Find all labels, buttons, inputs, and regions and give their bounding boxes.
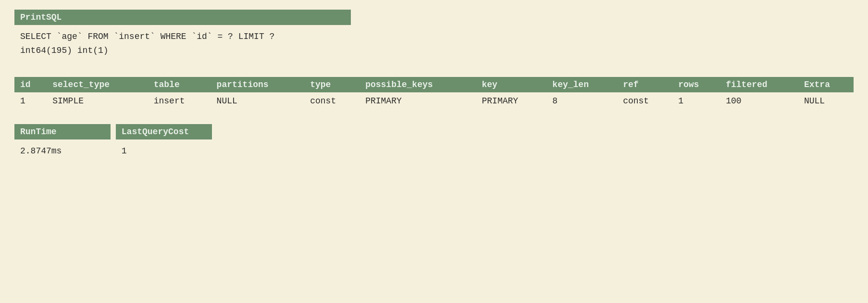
cell-type: const: [304, 92, 360, 110]
explain-col-filtered: filtered: [720, 77, 798, 92]
cell-rows: 1: [672, 92, 720, 110]
explain-col-ref: ref: [617, 77, 672, 92]
last-query-cost-section: LastQueryCost 1: [116, 124, 212, 163]
runtime-value: 2.8747ms: [14, 139, 111, 163]
print-sql-line2: int64(195) int(1): [20, 44, 345, 58]
last-query-cost-header: LastQueryCost: [116, 124, 212, 139]
explain-col-key: key: [476, 77, 547, 92]
explain-col-possible-keys: possible_keys: [360, 77, 476, 92]
explain-col-extra: Extra: [798, 77, 854, 92]
cell-key-len: 8: [546, 92, 617, 110]
explain-section: id select_type table partitions type pos…: [14, 77, 854, 110]
last-query-cost-value: 1: [116, 139, 212, 163]
explain-table: id select_type table partitions type pos…: [14, 77, 854, 110]
explain-col-partitions: partitions: [211, 77, 305, 92]
cell-key: PRIMARY: [476, 92, 547, 110]
explain-data-row: 1 SIMPLE insert NULL const PRIMARY PRIMA…: [14, 92, 854, 110]
cell-ref: const: [617, 92, 672, 110]
runtime-section: RunTime 2.8747ms: [14, 124, 111, 163]
print-sql-header: PrintSQL: [14, 10, 351, 25]
cell-select-type: SIMPLE: [47, 92, 148, 110]
explain-header-row: id select_type table partitions type pos…: [14, 77, 854, 92]
print-sql-content: SELECT `age` FROM `insert` WHERE `id` = …: [14, 25, 351, 63]
explain-col-type: type: [304, 77, 360, 92]
cell-table: insert: [148, 92, 211, 110]
cell-partitions: NULL: [211, 92, 305, 110]
explain-col-id: id: [14, 77, 47, 92]
print-sql-section: PrintSQL SELECT `age` FROM `insert` WHER…: [14, 10, 351, 63]
cell-extra: NULL: [798, 92, 854, 110]
explain-col-key-len: key_len: [546, 77, 617, 92]
explain-col-table: table: [148, 77, 211, 92]
cell-id: 1: [14, 92, 47, 110]
cell-possible-keys: PRIMARY: [360, 92, 476, 110]
explain-col-select-type: select_type: [47, 77, 148, 92]
explain-col-rows: rows: [672, 77, 720, 92]
cell-filtered: 100: [720, 92, 798, 110]
print-sql-line1: SELECT `age` FROM `insert` WHERE `id` = …: [20, 30, 345, 44]
runtime-header: RunTime: [14, 124, 111, 139]
